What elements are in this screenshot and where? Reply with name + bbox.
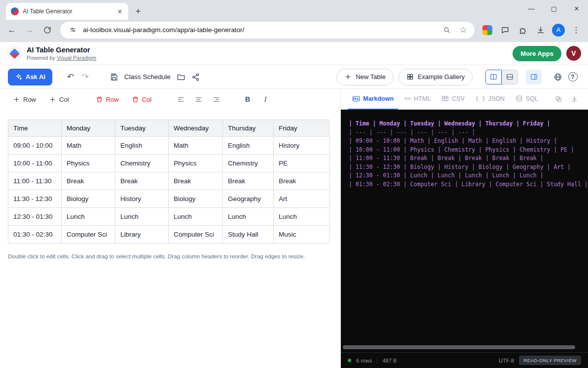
extensions-icon[interactable] — [515, 22, 531, 38]
table-cell[interactable]: Break — [115, 172, 169, 190]
column-header[interactable]: Thursday — [223, 120, 274, 137]
scrollbar-thumb[interactable] — [343, 345, 575, 349]
redo-icon[interactable]: ↷ — [78, 70, 93, 84]
tab-sql[interactable]: SQL — [511, 89, 543, 110]
address-bar[interactable]: ai-toolbox.visual-paradigm.com/app/ai-ta… — [60, 22, 475, 39]
profile-avatar[interactable]: A — [551, 22, 566, 38]
align-left-icon[interactable] — [173, 92, 188, 107]
horizontal-scrollbar[interactable] — [343, 345, 575, 349]
new-tab-button[interactable]: + — [131, 4, 145, 18]
table-cell[interactable]: Geography — [223, 190, 274, 208]
italic-button[interactable]: I — [258, 92, 273, 107]
tab-close-icon[interactable]: ✕ — [115, 7, 124, 16]
table-row: 11:30 - 12:30BiologyHistoryBiologyGeogra… — [8, 190, 330, 208]
reload-button[interactable] — [39, 22, 55, 38]
table-cell[interactable]: PE — [274, 155, 330, 172]
table-cell[interactable]: 11:30 - 12:30 — [8, 190, 62, 208]
table-cell[interactable]: English — [115, 137, 169, 155]
language-globe-icon[interactable] — [551, 70, 565, 84]
share-icon[interactable] — [188, 70, 203, 84]
visual-paradigm-link[interactable]: Visual Paradigm — [57, 55, 96, 61]
preview-panel-toggle[interactable] — [526, 70, 542, 84]
comment-icon[interactable] — [497, 22, 513, 38]
table-cell[interactable]: Math — [62, 137, 115, 155]
document-title[interactable]: Class Schedule — [124, 73, 171, 81]
table-cell[interactable]: Physics — [62, 155, 115, 172]
user-avatar[interactable]: V — [566, 46, 581, 61]
table-cell[interactable]: Lunch — [115, 208, 169, 226]
save-icon[interactable] — [107, 70, 121, 84]
more-apps-button[interactable]: More Apps — [513, 46, 561, 61]
table-cell[interactable]: Lunch — [62, 208, 115, 226]
code-content[interactable]: | Time | Monday | Tuesday | Wednesday | … — [341, 110, 588, 189]
table-cell[interactable]: Biology — [169, 190, 223, 208]
table-cell[interactable]: Music — [274, 226, 330, 244]
table-cell[interactable]: Break — [169, 172, 223, 190]
tab-label: CSV — [452, 95, 465, 102]
column-header[interactable]: Tuesday — [115, 120, 169, 137]
align-center-icon[interactable] — [191, 92, 206, 107]
table-cell[interactable]: History — [115, 190, 169, 208]
new-table-button[interactable]: New Table — [336, 69, 393, 85]
tab-markdown[interactable]: Markdown — [348, 89, 398, 110]
table-cell[interactable]: 11:00 - 11:30 — [8, 172, 62, 190]
table-cell[interactable]: Art — [274, 190, 330, 208]
table-cell[interactable]: English — [223, 137, 274, 155]
table-cell[interactable]: Library — [115, 226, 169, 244]
table-cell[interactable]: History — [274, 137, 330, 155]
table-cell[interactable]: Study Hall — [223, 226, 274, 244]
download-code-icon[interactable] — [567, 92, 581, 106]
table-cell[interactable]: 12:30 - 01:30 — [8, 208, 62, 226]
table-cell[interactable]: Lunch — [223, 208, 274, 226]
column-header[interactable]: Friday — [274, 120, 330, 137]
table-cell[interactable]: Lunch — [274, 208, 330, 226]
add-col-button[interactable]: Col — [44, 92, 74, 107]
back-button[interactable]: ← — [4, 22, 20, 38]
undo-icon[interactable]: ↶ — [63, 70, 78, 84]
split-horizontal-toggle[interactable] — [502, 70, 518, 84]
ask-ai-button[interactable]: Ask AI — [8, 69, 52, 85]
column-header[interactable]: Time — [8, 120, 62, 137]
downloads-icon[interactable] — [533, 22, 549, 38]
table-cell[interactable]: Break — [62, 172, 115, 190]
forward-button[interactable]: → — [22, 22, 37, 38]
table-cell[interactable]: Biology — [62, 190, 115, 208]
minimize-button[interactable]: — — [520, 0, 543, 17]
table-cell[interactable]: 01:30 - 02:30 — [8, 226, 62, 244]
help-icon[interactable]: ? — [565, 70, 580, 84]
column-header[interactable]: Wednesday — [169, 120, 223, 137]
maximize-button[interactable]: ▢ — [543, 0, 565, 17]
example-gallery-button[interactable]: Example Gallery — [399, 69, 473, 85]
password-manager-icon[interactable] — [479, 22, 495, 38]
column-header[interactable]: Monday — [62, 120, 115, 137]
table-cell[interactable]: Lunch — [169, 208, 223, 226]
bookmark-star-icon[interactable]: ☆ — [457, 24, 470, 37]
split-vertical-toggle[interactable] — [485, 70, 502, 84]
table-cell[interactable]: Chemistry — [223, 155, 274, 172]
delete-row-button[interactable]: Row — [91, 92, 124, 107]
close-window-button[interactable]: ✕ — [565, 0, 588, 17]
table-cell[interactable]: Physics — [169, 155, 223, 172]
browser-tab[interactable]: AI Table Generator ✕ — [6, 3, 128, 20]
table-cell[interactable]: Computer Sci — [169, 226, 223, 244]
table-cell[interactable]: Chemistry — [115, 155, 169, 172]
delete-col-button[interactable]: Col — [127, 92, 157, 107]
tab-json[interactable]: { }JSON — [471, 89, 509, 110]
copy-icon[interactable] — [551, 92, 565, 106]
add-row-button[interactable]: Row — [8, 92, 41, 107]
table-cell[interactable]: Break — [274, 172, 330, 190]
site-info-icon[interactable] — [66, 24, 79, 37]
tab-csv[interactable]: CSV — [437, 89, 469, 110]
table-cell[interactable]: Math — [169, 137, 223, 155]
table-cell[interactable]: Break — [223, 172, 274, 190]
align-right-icon[interactable] — [209, 92, 223, 107]
menu-kebab-icon[interactable]: ⋮ — [568, 22, 584, 38]
url-text[interactable]: ai-toolbox.visual-paradigm.com/app/ai-ta… — [83, 26, 436, 34]
bold-button[interactable]: B — [240, 92, 255, 107]
table-cell[interactable]: 09:00 - 10:00 — [8, 137, 62, 155]
tab-html[interactable]: <>HTML — [400, 89, 435, 110]
table-cell[interactable]: Computer Sci — [62, 226, 115, 244]
zoom-icon[interactable] — [440, 24, 453, 37]
table-cell[interactable]: 10:00 - 11:00 — [8, 155, 62, 172]
open-folder-icon[interactable] — [174, 70, 188, 84]
